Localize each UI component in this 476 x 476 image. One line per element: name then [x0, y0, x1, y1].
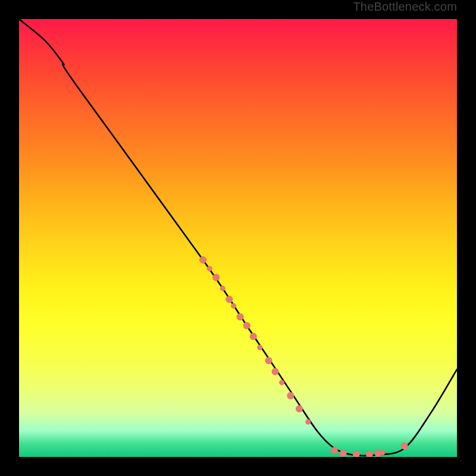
watermark-text: TheBottleneck.com	[353, 0, 457, 14]
data-point-marker	[340, 450, 347, 457]
data-point-marker	[237, 314, 244, 321]
data-point-marker	[305, 419, 311, 425]
data-point-marker	[257, 345, 262, 350]
plot-area	[19, 19, 457, 457]
data-point-marker	[199, 256, 206, 264]
data-point-marker	[212, 274, 220, 281]
bottleneck-curve	[19, 19, 457, 456]
data-point-marker	[265, 357, 273, 364]
data-point-marker	[366, 451, 373, 457]
data-point-marker	[287, 392, 294, 399]
data-point-marker	[220, 286, 226, 291]
data-point-marker	[296, 405, 303, 412]
data-point-marker	[380, 450, 385, 455]
chart-frame: TheBottleneck.com	[0, 0, 476, 476]
data-point-marker	[272, 368, 279, 375]
data-markers	[199, 256, 408, 457]
data-point-marker	[331, 447, 338, 454]
data-point-marker	[207, 266, 212, 271]
data-point-marker	[401, 443, 408, 450]
data-point-marker	[353, 451, 360, 457]
curve-layer	[19, 19, 457, 457]
data-point-marker	[243, 322, 250, 329]
data-point-marker	[279, 380, 284, 385]
data-point-marker	[231, 303, 236, 309]
data-point-marker	[250, 333, 257, 340]
data-point-marker	[226, 296, 233, 303]
